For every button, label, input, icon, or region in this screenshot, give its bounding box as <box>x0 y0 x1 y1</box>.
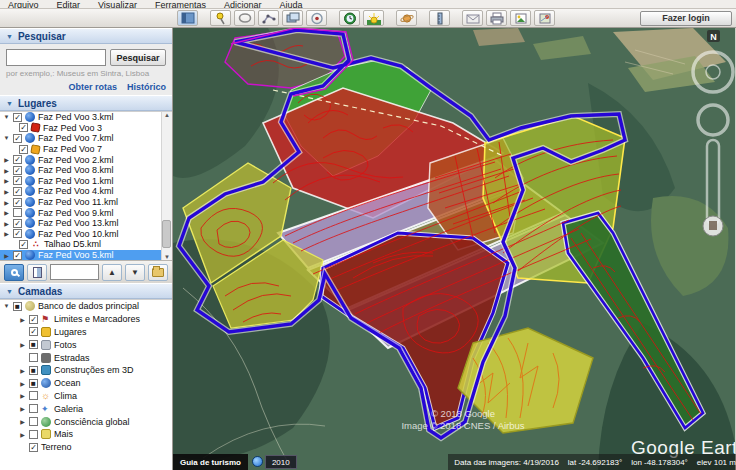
checkbox[interactable]: ✓ <box>13 229 22 238</box>
checkbox[interactable]: ✓ <box>13 134 22 143</box>
placemark-icon[interactable] <box>210 10 231 26</box>
expander[interactable]: ▶ <box>19 431 26 438</box>
imagery-year-badge[interactable]: 2010 <box>265 455 297 469</box>
expander[interactable]: ▼ <box>3 303 10 309</box>
layer-row[interactable]: Estradas <box>0 351 172 364</box>
move-up-button[interactable]: ▲ <box>102 264 122 281</box>
expander[interactable]: ▶ <box>3 209 10 216</box>
checkbox[interactable]: ✓ <box>13 251 22 260</box>
ruler-icon[interactable] <box>429 10 450 26</box>
menu-arquivo[interactable]: Arquivo <box>8 0 39 9</box>
place-label[interactable]: Faz Ped Voo 9.kml <box>38 208 114 218</box>
expander[interactable]: ▶ <box>3 252 10 259</box>
place-label[interactable]: Faz Ped Voo 7 <box>43 144 102 154</box>
place-row[interactable]: ▶✓Faz Ped Voo 11.kml <box>0 197 161 208</box>
expander[interactable]: ▶ <box>3 220 10 227</box>
layer-row[interactable]: ▼■Banco de dados principal <box>0 300 172 313</box>
history-link[interactable]: Histórico <box>127 82 166 92</box>
checkbox[interactable]: ✓ <box>13 198 22 207</box>
expander[interactable]: ▶ <box>19 405 26 412</box>
checkbox[interactable]: ✓ <box>19 145 28 154</box>
place-row[interactable]: ▼✓Faz Ped Voo 7.kml <box>0 133 161 144</box>
layer-label[interactable]: Clima <box>54 391 77 401</box>
login-button[interactable]: Fazer login <box>640 11 732 26</box>
checkbox[interactable]: ✓ <box>13 219 22 228</box>
menu-visualizar[interactable]: Visualizar <box>98 0 137 9</box>
layer-row[interactable]: ✓Terreno <box>0 441 172 454</box>
place-label[interactable]: Faz Ped Voo 5.kml <box>38 250 114 260</box>
checkbox[interactable]: ■ <box>29 379 38 388</box>
place-row[interactable]: ▶Faz Ped Voo 9.kml <box>0 207 161 218</box>
layer-row[interactable]: ▶✦Galeria <box>0 402 172 415</box>
tour-guide-button[interactable]: Guia de turismo <box>173 454 248 470</box>
layer-label[interactable]: Mais <box>54 429 73 439</box>
search-input[interactable] <box>6 49 106 66</box>
place-row[interactable]: ▼✓Faz Ped Voo 3.kml <box>0 112 161 123</box>
search-places-button[interactable] <box>4 264 24 281</box>
layer-label[interactable]: Ocean <box>54 378 81 388</box>
record-tour-icon[interactable] <box>306 10 327 26</box>
historical-imagery-icon[interactable] <box>339 10 360 26</box>
expander[interactable]: ▶ <box>3 177 10 184</box>
place-row[interactable]: ✓Faz Ped Voo 3 <box>0 123 161 134</box>
place-row[interactable]: ▶✓Faz Ped Voo 1.kml <box>0 176 161 187</box>
view-in-maps-icon[interactable] <box>534 10 555 26</box>
checkbox[interactable]: ✓ <box>29 327 38 336</box>
layer-label[interactable]: Galeria <box>54 404 83 414</box>
expander[interactable]: ▶ <box>3 167 10 174</box>
places-panel-header[interactable]: ▼ Lugares <box>0 95 172 111</box>
checkbox[interactable]: ■ <box>29 340 38 349</box>
scroll-up-icon[interactable]: ▲ <box>164 112 170 118</box>
expander[interactable]: ▶ <box>19 367 26 374</box>
print-icon[interactable] <box>486 10 507 26</box>
place-label[interactable]: Faz Ped Voo 8.kml <box>38 165 114 175</box>
place-label[interactable]: Faz Ped Voo 3 <box>43 123 102 133</box>
move-down-button[interactable]: ▼ <box>125 264 145 281</box>
path-icon[interactable] <box>258 10 279 26</box>
checkbox[interactable] <box>29 417 38 426</box>
layer-row[interactable]: ▶Consciência global <box>0 415 172 428</box>
panel-view-button[interactable] <box>27 264 47 281</box>
place-row-selected[interactable]: ▶✓Faz Ped Voo 5.kml <box>0 250 161 260</box>
checkbox[interactable] <box>29 353 38 362</box>
checkbox[interactable]: ✓ <box>29 443 38 452</box>
layer-label[interactable]: Construções em 3D <box>54 365 134 375</box>
expander[interactable]: ▶ <box>19 316 26 323</box>
layer-label[interactable]: Banco de dados principal <box>38 301 139 311</box>
layer-row[interactable]: ▶■Fotos <box>0 338 172 351</box>
checkbox[interactable]: ✓ <box>13 166 22 175</box>
layer-row[interactable]: ▶■Construções em 3D <box>0 364 172 377</box>
checkbox[interactable]: ✓ <box>13 155 22 164</box>
search-panel-header[interactable]: ▼ Pesquisar <box>0 28 172 44</box>
expander[interactable]: ▶ <box>3 188 10 195</box>
places-filter-input[interactable] <box>50 264 99 280</box>
place-row[interactable]: ✓∴Talhao D5.kml <box>0 239 161 250</box>
menu-adicionar[interactable]: Adicionar <box>224 0 262 9</box>
place-label[interactable]: Talhao D5.kml <box>44 239 101 249</box>
checkbox[interactable]: ✓ <box>19 240 28 249</box>
planets-icon[interactable] <box>396 10 417 26</box>
place-label[interactable]: Faz Ped Voo 11.kml <box>38 197 118 207</box>
polygon-icon[interactable] <box>234 10 255 26</box>
layer-row[interactable]: ▶☼Clima <box>0 390 172 403</box>
menu-ferramentas[interactable]: Ferramentas <box>155 0 206 9</box>
image-overlay-icon[interactable] <box>282 10 303 26</box>
email-icon[interactable] <box>462 10 483 26</box>
scrollbar-thumb[interactable] <box>162 220 171 248</box>
expander[interactable]: ▶ <box>19 380 26 387</box>
checkbox[interactable]: ✓ <box>19 123 28 132</box>
layer-label[interactable]: Lugares <box>54 327 87 337</box>
checkbox[interactable] <box>13 208 22 217</box>
sunlight-icon[interactable] <box>363 10 384 26</box>
checkbox[interactable]: ■ <box>29 366 38 375</box>
layer-row[interactable]: ▶Mais <box>0 428 172 441</box>
layer-row[interactable]: ✓Lugares <box>0 326 172 339</box>
place-label[interactable]: Faz Ped Voo 2.kml <box>38 155 114 165</box>
checkbox[interactable] <box>29 430 38 439</box>
place-label[interactable]: Faz Ped Voo 4.kml <box>38 186 114 196</box>
map-canvas[interactable]: N © 2018 Google Image © 2018 CNES / Airb… <box>173 28 735 470</box>
layer-label[interactable]: Estradas <box>54 353 90 363</box>
checkbox[interactable]: ✓ <box>29 315 38 324</box>
layer-row[interactable]: ▶■Ocean <box>0 377 172 390</box>
checkbox[interactable] <box>29 391 38 400</box>
